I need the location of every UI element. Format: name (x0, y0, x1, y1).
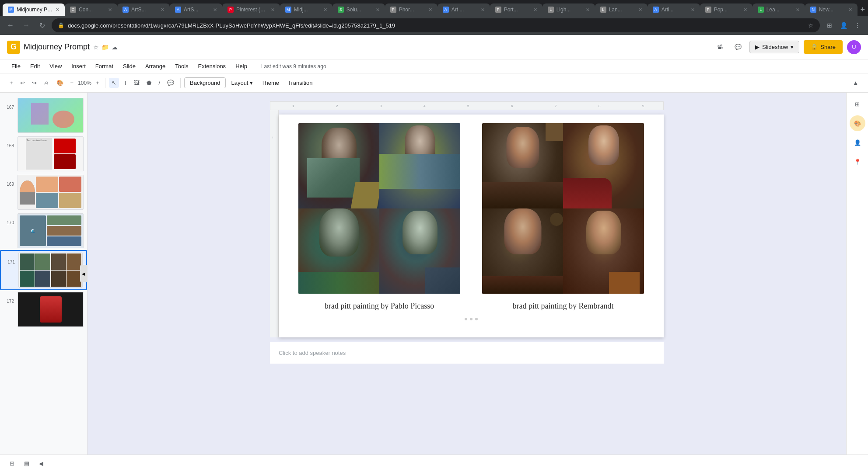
nav-dot-2[interactable] (470, 318, 472, 320)
slide-thumbnail-172[interactable]: 172 (0, 290, 87, 329)
tab-solu[interactable]: S Solu... ✕ (332, 3, 385, 16)
print-button[interactable]: 🖨 (41, 78, 52, 88)
zoom-in-button[interactable]: + (93, 78, 102, 88)
person-panel-icon[interactable]: 👤 (850, 135, 865, 150)
close-icon[interactable]: ✕ (481, 7, 485, 13)
nav-dot-3[interactable] (475, 318, 478, 320)
close-icon[interactable]: ✕ (56, 7, 60, 13)
close-icon[interactable]: ✕ (691, 7, 695, 13)
line-button[interactable]: / (156, 78, 163, 88)
new-tab-button[interactable]: + (858, 3, 868, 16)
slide-thumbnail-170[interactable]: 170 🌊 (0, 212, 87, 250)
comments-icon[interactable]: 💬 (731, 40, 745, 54)
grid-view-button[interactable]: ⊞ (7, 458, 17, 469)
back-button[interactable]: ← (4, 19, 17, 31)
shapes-button[interactable]: ⬟ (144, 78, 154, 88)
close-icon[interactable]: ✕ (108, 7, 112, 13)
close-icon[interactable]: ✕ (638, 7, 642, 13)
slideshow-button[interactable]: ▶ Slideshow ▾ (749, 41, 799, 53)
slide-thumbnail-168[interactable]: 168 Text content here (0, 135, 87, 173)
address-bar[interactable]: 🔒 docs.google.com/presentation/d/1wugxrc… (52, 18, 820, 32)
paint-format-button[interactable]: 🎨 (54, 78, 66, 88)
close-icon[interactable]: ✕ (271, 7, 275, 13)
close-icon[interactable]: ✕ (213, 7, 217, 13)
menu-arrange[interactable]: Arrange (141, 61, 170, 71)
slide-thumbnail-169[interactable]: 169 (0, 173, 87, 212)
slide-thumbnail-171[interactable]: 171 (0, 250, 87, 290)
menu-view[interactable]: View (45, 61, 66, 71)
close-icon[interactable]: ✕ (586, 7, 590, 13)
background-button[interactable]: Background (184, 77, 226, 88)
collapse-toolbar-button[interactable]: ▲ (850, 78, 861, 88)
theme-panel-icon[interactable]: 🎨 (850, 115, 865, 131)
tab-midjourney2[interactable]: M Midj... ✕ (280, 3, 332, 16)
select-tool-button[interactable]: ↖ (109, 78, 119, 88)
extensions-icon[interactable]: ⊞ (823, 19, 836, 31)
undo-button[interactable]: ↩ (18, 78, 28, 88)
star-icon[interactable]: ☆ (93, 44, 99, 51)
slides-panel-icon[interactable]: ⊞ (850, 96, 865, 112)
share-button[interactable]: 🔒 Share (804, 40, 843, 54)
nav-dot-1[interactable] (465, 318, 467, 320)
close-icon[interactable]: ✕ (428, 7, 432, 13)
slideshow-label: Slideshow (762, 44, 788, 50)
filmstrip-view-button[interactable]: ▤ (21, 458, 32, 469)
speaker-notes-area[interactable]: Click to add speaker notes (270, 342, 664, 364)
close-icon[interactable]: ✕ (161, 7, 164, 13)
collapse-panel-button[interactable]: ◀ (36, 458, 46, 469)
tab-title: Phor... (399, 7, 426, 13)
present-icon[interactable]: 📽 (713, 40, 727, 54)
tab-lea[interactable]: L Lea... ✕ (752, 3, 805, 16)
close-icon[interactable]: ✕ (323, 7, 327, 13)
menu-edit[interactable]: Edit (26, 61, 44, 71)
comment-button[interactable]: 💬 (164, 78, 177, 88)
menu-file[interactable]: File (7, 61, 25, 71)
zoom-out-button[interactable]: − (68, 78, 77, 88)
tab-4[interactable]: A ArtS... ✕ (170, 3, 222, 16)
bookmark-icon[interactable]: ☆ (808, 22, 814, 29)
theme-button[interactable]: Theme (258, 78, 283, 88)
menu-extensions[interactable]: Extensions (194, 61, 231, 71)
menu-help[interactable]: Help (231, 61, 252, 71)
text-box-button[interactable]: T (121, 78, 130, 88)
tab-lan[interactable]: L Lan... ✕ (595, 3, 648, 16)
drive-icon[interactable]: 📁 (102, 44, 109, 51)
add-slide-button[interactable]: + (7, 78, 16, 88)
redo-button[interactable]: ↪ (29, 78, 39, 88)
tab-ligh[interactable]: L Ligh... ✕ (542, 3, 595, 16)
forward-button[interactable]: → (20, 19, 32, 31)
collapse-sidebar-button[interactable]: ◀ (80, 265, 87, 282)
tab-midjourney-active[interactable]: M Midjourney Prompt ✕ (3, 3, 65, 16)
image-button[interactable]: 🖼 (131, 78, 142, 88)
tab-pinterest[interactable]: P Pinterest (277...) ✕ (222, 3, 280, 16)
slide-thumbnail-167[interactable]: 167 (0, 96, 87, 135)
user-avatar[interactable]: U (847, 40, 861, 54)
profile-icon[interactable]: 👤 (837, 19, 850, 31)
menu-tools[interactable]: Tools (171, 61, 192, 71)
tab-arti[interactable]: A Arti... ✕ (648, 3, 700, 16)
tab-new[interactable]: N New... ✕ (805, 3, 858, 16)
close-icon[interactable]: ✕ (533, 7, 537, 13)
transition-button[interactable]: Transition (284, 78, 316, 88)
tab-phor[interactable]: P Phor... ✕ (385, 3, 438, 16)
close-icon[interactable]: ✕ (376, 7, 380, 13)
tab-3[interactable]: A ArtS... ✕ (117, 3, 170, 16)
cloud-icon[interactable]: ☁ (112, 44, 118, 51)
menu-format[interactable]: Format (91, 61, 118, 71)
slide-canvas[interactable]: brad pitt painting by Pablo Picasso (279, 115, 664, 337)
layout-dropdown-icon: ▾ (250, 80, 253, 86)
tab-art[interactable]: A Art ... ✕ (438, 3, 490, 16)
tab-pop[interactable]: P Pop... ✕ (700, 3, 752, 16)
layout-button[interactable]: Layout ▾ (228, 78, 256, 88)
reload-button[interactable]: ↻ (36, 19, 48, 31)
menu-insert[interactable]: Insert (67, 61, 90, 71)
menu-icon[interactable]: ⋮ (851, 19, 864, 31)
close-icon[interactable]: ✕ (796, 7, 800, 13)
tab-port[interactable]: P Port... ✕ (490, 3, 542, 16)
close-icon[interactable]: ✕ (743, 7, 747, 13)
tab-favicon: N (810, 7, 816, 13)
map-panel-icon[interactable]: 📍 (850, 154, 865, 170)
tab-2[interactable]: C Con... ✕ (65, 3, 117, 16)
close-icon[interactable]: ✕ (848, 7, 852, 13)
menu-slide[interactable]: Slide (119, 61, 140, 71)
